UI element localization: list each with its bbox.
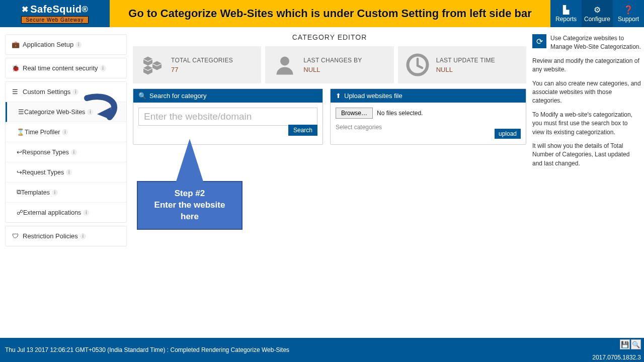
browse-button[interactable]: Browse…: [336, 108, 373, 119]
upload-button[interactable]: upload: [495, 129, 521, 139]
help-p4: To Modify a web-site's categorization, y…: [532, 111, 641, 137]
info-icon: i: [75, 42, 82, 48]
search-icon-button[interactable]: 🔍: [631, 339, 641, 349]
sidebar-restriction-label: Restriction Policies: [23, 232, 78, 240]
version-text: 2017.0705.1832.3: [592, 354, 641, 361]
nofiles-text: No files selected.: [377, 110, 423, 117]
user-icon: [271, 51, 298, 78]
sidebar-item-templates[interactable]: ⧉ Templates i: [6, 183, 126, 203]
stat-update-label: LAST UPDATE TIME: [436, 57, 496, 64]
sidebar-app-setup-label: Application Setup: [23, 41, 73, 48]
sidebar-item-response-types[interactable]: ↩ Response Types i: [6, 142, 126, 162]
logo: ✖ SafeSquid® Secure Web Gateway: [0, 0, 110, 27]
topbar: ✖ SafeSquid® Secure Web Gateway Go to Ca…: [0, 0, 644, 27]
bug-icon: 🐞: [12, 64, 19, 72]
shield-icon: 🛡: [12, 232, 19, 240]
search-panel-title: Search for category: [149, 92, 206, 100]
help-column: ⟳ Use Categorize websites to Manage Web-…: [532, 27, 644, 338]
save-icon-button[interactable]: 💾: [620, 339, 630, 349]
stack-icon: ☰: [18, 108, 24, 116]
help-p2: Review and modify the categorization of …: [532, 57, 641, 74]
help-text: Use Categorize websites to Manage Web-Si…: [532, 34, 641, 168]
callout-line3: here: [141, 211, 238, 223]
banner-text: Go to Categorize Web-Sites which is unde…: [128, 7, 531, 20]
gears-icon: ⚙: [594, 5, 601, 15]
logo-text: SafeSquid: [30, 4, 82, 15]
stat-changes-label: LAST CHANGES BY: [303, 57, 362, 64]
sidebar-custom[interactable]: ☰ Custom Settings i: [6, 82, 126, 102]
upload-icon: ⬆: [336, 92, 341, 100]
nav-support[interactable]: ❓ Support: [613, 0, 644, 27]
page-title: CATEGORY EDITOR: [133, 27, 526, 46]
briefcase-icon: 💼: [12, 41, 19, 48]
sidebar-item-categorize-label: Categorize Web-Sites: [24, 109, 85, 116]
sidebar-item-request-types[interactable]: ↪ Request Types i: [6, 162, 126, 183]
info-icon: i: [52, 190, 58, 196]
select-categories[interactable]: Select categories: [336, 124, 521, 131]
sidebar-item-response-types-label: Response Types: [22, 149, 69, 156]
stat-total-label: TOTAL CATEGORIES: [171, 57, 233, 64]
info-icon: i: [62, 129, 68, 135]
info-icon: i: [83, 210, 89, 216]
upload-panel: ⬆ Upload websites file Browse… No files …: [330, 88, 526, 145]
svg-point-0: [280, 57, 289, 66]
info-icon: i: [71, 149, 77, 155]
sidebar-item-time-profiler[interactable]: ⌛ Time Profiler i: [6, 122, 126, 142]
template-icon: ⧉: [17, 189, 21, 196]
help-p3: You can also create new categories, and …: [532, 79, 641, 106]
sidebar-item-time-profiler-label: Time Profiler: [25, 129, 60, 136]
refresh-icon: ⟳: [536, 37, 543, 46]
help-p5: It will show you the details of Total Nu…: [532, 142, 641, 168]
stat-last-update: LAST UPDATE TIME NULL: [398, 46, 526, 83]
sidebar-restriction[interactable]: 🛡 Restriction Policies i: [6, 226, 126, 246]
nav-configure[interactable]: ⚙ Configure: [582, 0, 613, 27]
sliders-icon: ☰: [12, 88, 19, 96]
external-icon: ☍: [17, 209, 23, 216]
sidebar-app-setup[interactable]: 💼 Application Setup i: [6, 35, 126, 54]
sidebar-item-templates-label: Templates: [21, 189, 50, 196]
annotation-callout: Step #2 Enter the website here: [137, 181, 243, 230]
stat-update-value: NULL: [436, 66, 496, 73]
nav-configure-label: Configure: [584, 16, 610, 23]
sidebar: 💼 Application Setup i 🐞 Real time conten…: [0, 27, 127, 338]
upload-panel-title: Upload websites file: [344, 92, 403, 100]
stats-row: TOTAL CATEGORIES 77 LAST CHANGES BY NULL: [133, 46, 526, 83]
nav-reports[interactable]: ▙ Reports: [550, 0, 582, 27]
logo-reg: ®: [82, 5, 89, 15]
help-p1: Use Categorize websites to Manage Web-Si…: [532, 34, 641, 52]
info-icon: i: [87, 109, 93, 115]
sidebar-realtime-label: Real time content security: [23, 64, 98, 72]
sidebar-item-external-apps-label: External applications: [23, 209, 81, 216]
sidebar-custom-label: Custom Settings: [23, 88, 70, 96]
cubes-icon: [139, 51, 166, 78]
sidebar-item-external-apps[interactable]: ☍ External applications i: [6, 203, 126, 222]
refresh-button[interactable]: ⟳: [532, 34, 546, 48]
search-panel: 🔍 Search for category Search: [133, 88, 323, 145]
help-icon: ❓: [623, 5, 633, 15]
clock-icon: [404, 51, 431, 78]
info-icon: i: [100, 65, 106, 71]
stat-changes-value: NULL: [303, 66, 362, 73]
reply-icon: ↩: [17, 148, 22, 156]
search-button[interactable]: Search: [288, 125, 317, 136]
search-input[interactable]: [138, 108, 317, 126]
callout-line2: Enter the website: [141, 200, 238, 211]
stat-total-value: 77: [171, 66, 233, 73]
logo-subtitle: Secure Web Gateway: [21, 16, 88, 24]
info-icon: i: [72, 89, 78, 95]
nav-reports-label: Reports: [555, 16, 577, 23]
sidebar-realtime[interactable]: 🐞 Real time content security i: [6, 58, 126, 78]
wrench-icon: ✖: [22, 5, 29, 14]
forward-icon: ↪: [17, 168, 22, 176]
sidebar-item-categorize[interactable]: ☰ Categorize Web-Sites i: [6, 102, 126, 122]
info-icon: i: [80, 233, 86, 239]
hourglass-icon: ⌛: [17, 128, 25, 136]
stat-last-changes: LAST CHANGES BY NULL: [265, 46, 393, 83]
chart-icon: ▙: [563, 5, 569, 15]
callout-line1: Step #2: [141, 188, 238, 200]
footer: Thu Jul 13 2017 12:06:21 GMT+0530 (India…: [0, 338, 644, 362]
top-nav: ▙ Reports ⚙ Configure ❓ Support: [550, 0, 644, 27]
sidebar-item-request-types-label: Request Types: [22, 169, 64, 176]
footer-status: Thu Jul 13 2017 12:06:21 GMT+0530 (India…: [5, 346, 289, 353]
info-icon: i: [66, 169, 72, 175]
